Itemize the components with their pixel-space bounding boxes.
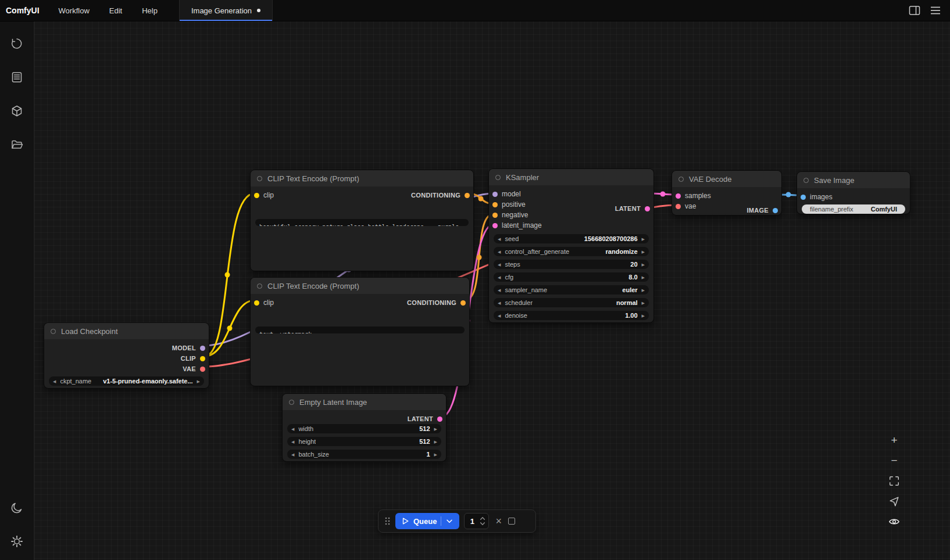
widget-seed[interactable]: ◀ seed 156680208700286 ▶	[494, 234, 649, 243]
increment-arrow-icon[interactable]: ▶	[434, 427, 437, 431]
decrement-arrow-icon[interactable]: ◀	[498, 250, 501, 254]
increment-arrow-icon[interactable]: ▶	[197, 379, 200, 383]
node-header[interactable]: KSampler	[489, 169, 653, 185]
output-slot-latent[interactable]	[645, 206, 650, 211]
node-ksampler[interactable]: KSampler model positive negative latent_…	[488, 168, 654, 323]
menu-edit[interactable]: Edit	[99, 0, 132, 21]
collapse-dot[interactable]	[495, 175, 501, 180]
workflows-folder-button[interactable]	[5, 133, 28, 156]
positive-prompt-textarea[interactable]: beautiful scenery nature glass bottle la…	[255, 219, 469, 226]
widget-control-after-generate[interactable]: ◀ control_after_generate randomize ▶	[494, 247, 649, 256]
zoom-in-button[interactable]: +	[886, 432, 902, 448]
collapse-dot[interactable]	[257, 176, 262, 181]
node-clip-text-encode-positive[interactable]: CLIP Text Encode (Prompt) clip CONDITION…	[250, 170, 474, 271]
input-slot-negative[interactable]	[492, 213, 498, 218]
model-library-button[interactable]	[5, 99, 28, 123]
collapse-dot[interactable]	[803, 178, 809, 183]
negative-prompt-textarea[interactable]: text, watermark	[255, 326, 465, 333]
widget-filename-prefix[interactable]: filename_prefix ComfyUI	[802, 204, 905, 214]
input-slot-latent-image[interactable]	[492, 223, 498, 228]
input-slot-samples[interactable]	[676, 193, 681, 199]
tab-image-generation[interactable]: Image Generation	[180, 0, 272, 21]
increment-arrow-icon[interactable]: ▶	[642, 314, 645, 318]
widget-steps[interactable]: ◀ steps 20 ▶	[494, 260, 649, 269]
output-slot-vae[interactable]	[200, 367, 205, 372]
node-save-image[interactable]: Save Image images filename_prefix ComfyU…	[797, 171, 910, 214]
select-mode-button[interactable]	[886, 493, 902, 509]
decrement-arrow-icon[interactable]: ◀	[498, 314, 501, 318]
increment-arrow-icon[interactable]: ▶	[642, 263, 645, 267]
node-header[interactable]: VAE Decode	[672, 171, 781, 187]
collapse-dot[interactable]	[257, 283, 262, 289]
cancel-icon[interactable]: ×	[494, 516, 503, 526]
batch-count-stepper[interactable]: 1	[464, 513, 489, 529]
increment-arrow-icon[interactable]: ▶	[434, 453, 437, 457]
node-clip-text-encode-negative[interactable]: CLIP Text Encode (Prompt) clip CONDITION…	[250, 277, 470, 386]
drag-handle[interactable]	[384, 516, 391, 526]
output-slot-clip[interactable]	[200, 356, 205, 361]
widget-batch-size[interactable]: ◀ batch_size 1 ▶	[287, 450, 441, 459]
decrement-arrow-icon[interactable]: ◀	[291, 453, 294, 457]
batch-count-value[interactable]: 1	[465, 517, 480, 526]
input-slot-clip[interactable]	[254, 300, 259, 306]
input-slot-vae[interactable]	[676, 204, 681, 209]
output-slot-image[interactable]	[773, 208, 778, 213]
increment-arrow-icon[interactable]: ▶	[642, 275, 645, 279]
fit-view-button[interactable]	[886, 473, 902, 489]
output-slot-latent[interactable]	[437, 417, 442, 422]
collapse-dot[interactable]	[289, 400, 294, 405]
toggle-panel-button[interactable]	[906, 2, 923, 19]
settings-button[interactable]	[5, 530, 28, 553]
output-slot-conditioning[interactable]	[465, 193, 470, 198]
chevron-down-icon[interactable]	[445, 517, 453, 525]
increment-arrow-icon[interactable]: ▶	[642, 301, 645, 305]
decrement-arrow-icon[interactable]: ◀	[498, 263, 501, 267]
node-empty-latent-image[interactable]: Empty Latent Image LATENT ◀ width 512 ▶ …	[282, 393, 447, 462]
widget-ckpt-name[interactable]: ◀ ckpt_name v1-5-pruned-emaonly.safete..…	[49, 376, 204, 386]
queue-log-button[interactable]	[5, 66, 28, 89]
node-header[interactable]: CLIP Text Encode (Prompt)	[251, 278, 469, 294]
node-header[interactable]: Empty Latent Image	[283, 394, 446, 410]
main-menu-button[interactable]	[927, 2, 944, 19]
widget-scheduler[interactable]: ◀ scheduler normal ▶	[494, 298, 649, 307]
widget-sampler-name[interactable]: ◀ sampler_name euler ▶	[494, 285, 649, 295]
toggle-link-visibility-button[interactable]	[886, 514, 902, 530]
widget-cfg[interactable]: ◀ cfg 8.0 ▶	[494, 272, 649, 282]
input-slot-model[interactable]	[492, 192, 498, 197]
increment-arrow-icon[interactable]: ▶	[642, 237, 645, 241]
node-header[interactable]: CLIP Text Encode (Prompt)	[251, 170, 473, 186]
input-slot-images[interactable]	[801, 195, 806, 200]
node-vae-decode[interactable]: VAE Decode samples vae IMAGE	[672, 170, 782, 216]
menu-help[interactable]: Help	[132, 0, 167, 21]
decrement-arrow-icon[interactable]: ◀	[498, 275, 501, 279]
collapse-dot[interactable]	[51, 329, 56, 334]
decrement-arrow-icon[interactable]: ◀	[498, 301, 501, 305]
node-load-checkpoint[interactable]: Load Checkpoint MODEL CLIP VAE ◀ ckpt_na…	[44, 322, 209, 389]
increment-arrow-icon[interactable]: ▶	[642, 288, 645, 292]
queue-button[interactable]: Queue	[395, 513, 459, 529]
input-slot-positive[interactable]	[492, 202, 498, 207]
zoom-out-button[interactable]: −	[886, 453, 902, 469]
increment-arrow-icon[interactable]: ▶	[642, 250, 645, 254]
widget-width[interactable]: ◀ width 512 ▶	[287, 424, 441, 433]
decrement-arrow-icon[interactable]: ◀	[53, 379, 56, 383]
widget-height[interactable]: ◀ height 512 ▶	[287, 437, 441, 446]
output-slot-model[interactable]	[200, 346, 205, 351]
decrement-arrow-icon[interactable]: ◀	[498, 288, 501, 292]
workflow-history-button[interactable]	[5, 32, 28, 55]
theme-toggle-button[interactable]	[5, 496, 28, 519]
increment-arrow-icon[interactable]: ▶	[434, 440, 437, 444]
decrement-arrow-icon[interactable]: ◀	[291, 440, 294, 444]
collapse-dot[interactable]	[678, 177, 684, 182]
decrement-arrow-icon[interactable]: ◀	[498, 237, 501, 241]
increment-chevron-icon[interactable]	[480, 516, 485, 520]
menu-workflow[interactable]: Workflow	[49, 0, 99, 21]
output-slot-conditioning[interactable]	[460, 300, 466, 306]
decrement-arrow-icon[interactable]: ◀	[291, 427, 294, 431]
node-header[interactable]: Load Checkpoint	[44, 323, 209, 339]
widget-denoise[interactable]: ◀ denoise 1.00 ▶	[494, 311, 649, 320]
node-header[interactable]: Save Image	[797, 172, 910, 188]
stop-icon[interactable]	[508, 518, 515, 525]
input-slot-clip[interactable]	[254, 193, 259, 198]
decrement-chevron-icon[interactable]	[480, 522, 485, 526]
